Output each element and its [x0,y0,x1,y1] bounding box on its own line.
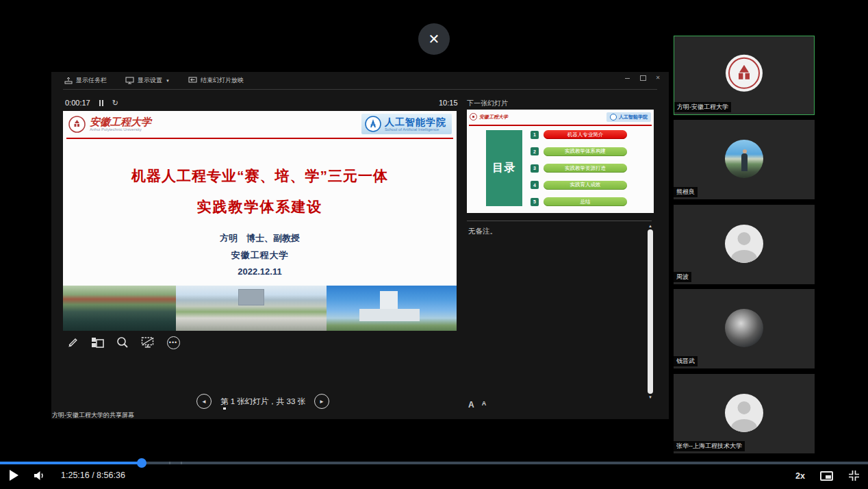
meeting-recording-player: ✕ 显示任务栏 显示设置 ▼ [0,0,868,489]
seek-bar-mark [169,462,170,464]
toc-item-label: 机器人专业简介 [544,130,627,139]
notes-text: 无备注。 [468,227,497,236]
slide-date: 2022.12.11 [63,266,457,277]
participant-tile[interactable]: 熊根良 [674,120,815,199]
prev-slide-button[interactable]: ◄ [196,394,212,409]
volume-button[interactable] [34,471,46,481]
participant-tile[interactable]: 周波 [674,205,815,284]
taskbar-icon [64,77,73,84]
avatar [725,225,763,263]
close-overlay-button[interactable]: ✕ [418,23,450,55]
toc-item: 5 总结 [531,197,627,206]
timer-text: 0:00:17 [65,99,90,107]
exit-fullscreen-icon [848,470,860,481]
speaker-icon [34,471,46,481]
school-emblem-icon [610,114,617,121]
avatar [725,309,763,347]
picture-in-picture-button[interactable] [820,471,833,481]
toc-item-label: 实践教学体系构建 [544,147,627,156]
display-settings-label: 显示设置 [138,76,162,85]
participant-name: 张华--上海工程技术大学 [674,441,745,451]
slide-navigation: ◄ 第 1 张幻灯片，共 33 张 ► [196,394,329,409]
participant-tile[interactable]: 方明-安徽工程大学 [674,36,815,115]
magnifier-icon [116,336,129,349]
participant-name: 方明-安徽工程大学 [674,102,731,112]
playback-speed-button[interactable]: 2x [795,471,805,481]
avatar [725,140,763,178]
preview-school-logo: 人工智能学院 [607,112,651,122]
clock-text: 10:15 [439,99,458,107]
school-name-en: School of Artificial Intelligence [385,127,446,131]
toc-title: 目录 [493,161,516,175]
toc-item: 3 实践教学资源打造 [531,164,627,173]
restart-timer-button[interactable]: ↻ [112,99,118,106]
notes-scrollbar[interactable]: ▲ ▼ [648,224,653,399]
pause-timer-button[interactable] [99,100,103,106]
pen-icon [66,336,78,349]
campus-photo-strip [63,286,457,331]
campus-photo-tower [327,286,457,331]
window-close-button[interactable]: ✕ [654,74,662,82]
end-slideshow-icon [188,77,197,84]
display-settings-button[interactable]: 显示设置 ▼ [125,76,170,85]
play-button[interactable] [10,470,18,481]
toc-item: 2 实践教学体系构建 [531,147,627,156]
screen-toggle-icon [141,336,155,349]
school-name: 人工智能学院 [385,117,446,127]
silhouette-avatar-icon [725,394,763,432]
preview-university-name: 安徽工程大学 [479,114,508,121]
scrollbar-thumb[interactable] [648,229,653,394]
toc-title-block: 目录 [486,130,522,206]
school-emblem-icon [365,116,381,132]
toc-item-number: 2 [531,147,539,155]
university-name: 安徽工程大学 [90,116,151,127]
shared-screen-label: 方明-安徽工程大学的共享屏幕 [52,411,134,420]
preview-university-logo: 安徽工程大学 [470,113,508,121]
pen-tool-button[interactable] [64,335,79,350]
presenter-toolbar: 显示任务栏 显示设置 ▼ 结束幻灯片放映 [64,76,244,85]
seek-bar-mark [181,462,182,464]
zoom-tool-button[interactable] [115,335,130,350]
font-decrease-button[interactable]: A [482,400,487,407]
show-taskbar-button[interactable]: 显示任务栏 [64,76,107,85]
toc-item: 1 机器人专业简介 [531,130,627,139]
university-seal-avatar-icon [725,54,763,92]
slide-title-line1: 机器人工程专业“赛、培、学”三元一体 [63,166,457,186]
end-slideshow-button[interactable]: 结束幻灯片放映 [188,76,244,85]
scroll-down-icon[interactable]: ▼ [648,395,653,399]
avatar [725,394,763,432]
outdoor-photo-avatar [725,140,763,178]
seek-handle[interactable] [137,458,146,468]
all-slides-button[interactable] [90,335,105,350]
participant-tile[interactable]: 钱晋武 [674,289,815,368]
notes-divider [467,221,652,221]
more-options-button[interactable]: ••• [166,335,181,350]
participant-tile[interactable]: 张华--上海工程技术大学 [674,374,815,453]
toc-item-label: 总结 [544,197,627,206]
next-slide-label: 下一张幻灯片 [467,99,508,108]
restore-button[interactable] [639,74,647,82]
dark-photo-avatar [725,309,763,347]
toc-item-label: 实践育人成效 [544,181,627,190]
toc-item-number: 3 [531,164,539,173]
exit-fullscreen-button[interactable] [848,470,860,481]
chevron-left-icon: ◄ [201,399,207,405]
toc-item-number: 5 [531,198,539,206]
close-icon: ✕ [429,31,440,47]
toc-item-label: 实践教学资源打造 [544,164,627,173]
slide-header: 安徽工程大学 Anhui Polytechnic University 人工智能… [63,111,457,137]
player-controls-left: 1:25:16 / 8:56:36 [10,470,125,481]
participant-name: 熊根良 [674,187,698,197]
header-rule [66,138,453,139]
presenter-view-window: 显示任务栏 显示设置 ▼ 结束幻灯片放映 ✕ [51,72,669,419]
silhouette-avatar-icon [725,225,763,263]
next-slide-button[interactable]: ► [314,394,329,409]
minimize-button[interactable] [624,74,632,82]
scroll-up-icon[interactable]: ▲ [648,224,653,228]
slide-author: 方明 博士、副教授 [63,232,457,244]
font-increase-button[interactable]: A [468,400,474,410]
window-controls: ✕ [624,74,662,82]
seek-bar[interactable] [0,462,868,464]
campus-photo-lake [63,286,176,331]
black-screen-button[interactable] [140,335,155,350]
